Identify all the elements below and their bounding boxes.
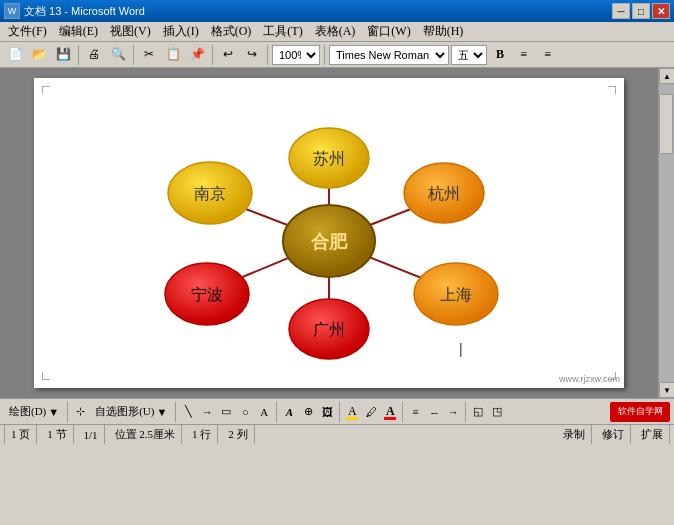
toolbar-sep-4 — [267, 45, 268, 65]
drawing-toolbar: 绘图(D) ▼ ⊹ 自选图形(U) ▼ ╲ → ▭ ○ A A ⊕ 🖼 A 🖊 … — [0, 398, 674, 424]
status-position: 位置 2.5厘米 — [109, 425, 183, 444]
print-button[interactable]: 🖨 — [83, 44, 105, 66]
status-col: 2 列 — [222, 425, 254, 444]
svg-text:合肥: 合肥 — [310, 232, 348, 252]
svg-text:|: | — [459, 341, 463, 357]
draw-sep-2 — [175, 402, 176, 422]
clipart-tool[interactable]: 🖼 — [318, 403, 336, 421]
status-page: 1 页 — [4, 425, 37, 444]
menu-bar: 文件(F) 编辑(E) 视图(V) 插入(I) 格式(O) 工具(T) 表格(A… — [0, 22, 674, 42]
mindmap-container: 苏州 杭州 上海 广州 宁波 南京 — [34, 78, 624, 388]
status-line: 1 行 — [186, 425, 218, 444]
svg-text:苏州: 苏州 — [313, 150, 345, 167]
menu-view[interactable]: 视图(V) — [104, 22, 157, 41]
toolbar-sep-5 — [324, 45, 325, 65]
zoom-select[interactable]: 100% — [272, 45, 320, 65]
draw-sep-4 — [339, 402, 340, 422]
menu-help[interactable]: 帮助(H) — [417, 22, 470, 41]
menu-insert[interactable]: 插入(I) — [157, 22, 205, 41]
draw-menu-button[interactable]: 绘图(D) ▼ — [4, 401, 64, 422]
draw-sep-5 — [402, 402, 403, 422]
scroll-track[interactable] — [659, 84, 674, 382]
arrow-style-button[interactable]: → — [444, 403, 462, 421]
copy-button[interactable]: 📋 — [162, 44, 184, 66]
main-toolbar: 📄 📂 💾 🖨 🔍 ✂ 📋 📌 ↩ ↪ 100% Times New Roman… — [0, 42, 674, 68]
document-page: 苏州 杭州 上海 广州 宁波 南京 — [34, 78, 624, 388]
scroll-up-button[interactable]: ▲ — [659, 68, 674, 84]
scroll-thumb[interactable] — [659, 94, 673, 154]
status-rec: 录制 — [557, 425, 592, 444]
wordart-tool[interactable]: A — [280, 403, 298, 421]
textbox-tool[interactable]: A — [255, 403, 273, 421]
rjzxw-logo: 软件自学网 — [610, 402, 670, 422]
align2-button[interactable]: ≡ — [537, 44, 559, 66]
toolbar-sep-1 — [78, 45, 79, 65]
svg-text:杭州: 杭州 — [427, 185, 460, 202]
size-select[interactable]: 五号 — [451, 45, 487, 65]
cut-button[interactable]: ✂ — [138, 44, 160, 66]
align-button[interactable]: ≡ — [513, 44, 535, 66]
dash-style-button[interactable]: -- — [425, 403, 443, 421]
watermark: www.rjzxw.com — [559, 374, 620, 384]
paste-button[interactable]: 📌 — [186, 44, 208, 66]
window-controls: ─ □ ✕ — [612, 3, 670, 19]
svg-text:宁波: 宁波 — [191, 286, 223, 303]
menu-file[interactable]: 文件(F) — [2, 22, 53, 41]
undo-button[interactable]: ↩ — [217, 44, 239, 66]
font-select[interactable]: Times New Roman — [329, 45, 449, 65]
menu-edit[interactable]: 编辑(E) — [53, 22, 104, 41]
minimize-button[interactable]: ─ — [612, 3, 630, 19]
status-pageof: 1/1 — [78, 425, 105, 444]
print-preview-button[interactable]: 🔍 — [107, 44, 129, 66]
line-tool[interactable]: ╲ — [179, 403, 197, 421]
fill-color-button[interactable]: A — [343, 403, 361, 421]
window-title: 文档 13 - Microsoft Word — [24, 4, 145, 19]
vertical-scrollbar[interactable]: ▲ ▼ — [658, 68, 674, 398]
open-button[interactable]: 📂 — [28, 44, 50, 66]
status-bar: 1 页 1 节 1/1 位置 2.5厘米 1 行 2 列 录制 修订 扩展 — [0, 424, 674, 444]
close-button[interactable]: ✕ — [652, 3, 670, 19]
shadow-button[interactable]: ◱ — [469, 403, 487, 421]
document-scroll[interactable]: 苏州 杭州 上海 广州 宁波 南京 — [0, 68, 658, 398]
diagram-tool[interactable]: ⊕ — [299, 403, 317, 421]
menu-window[interactable]: 窗口(W) — [361, 22, 416, 41]
arrow-tool[interactable]: → — [198, 403, 216, 421]
svg-text:上海: 上海 — [440, 286, 472, 303]
autoshape-label: 自选图形(U) — [95, 404, 154, 419]
mindmap-svg: 苏州 杭州 上海 广州 宁波 南京 — [49, 86, 609, 381]
redo-button[interactable]: ↪ — [241, 44, 263, 66]
menu-tools[interactable]: 工具(T) — [257, 22, 308, 41]
rect-tool[interactable]: ▭ — [217, 403, 235, 421]
scroll-down-button[interactable]: ▼ — [659, 382, 674, 398]
save-button[interactable]: 💾 — [52, 44, 74, 66]
app-icon: W — [4, 3, 20, 19]
status-modify: 修订 — [596, 425, 631, 444]
autoshape-chevron-icon: ▼ — [156, 406, 167, 418]
maximize-button[interactable]: □ — [632, 3, 650, 19]
3d-button[interactable]: ◳ — [488, 403, 506, 421]
line-color-button[interactable]: 🖊 — [362, 403, 380, 421]
autoselect-button[interactable]: ⊹ — [71, 403, 89, 421]
status-extend: 扩展 — [635, 425, 670, 444]
menu-format[interactable]: 格式(O) — [205, 22, 258, 41]
draw-chevron-icon: ▼ — [48, 406, 59, 418]
svg-text:广州: 广州 — [313, 321, 345, 338]
menu-table[interactable]: 表格(A) — [309, 22, 362, 41]
new-button[interactable]: 📄 — [4, 44, 26, 66]
toolbar-sep-2 — [133, 45, 134, 65]
status-section: 1 节 — [41, 425, 73, 444]
draw-sep-6 — [465, 402, 466, 422]
autoshape-button[interactable]: 自选图形(U) ▼ — [90, 401, 172, 422]
bold-button[interactable]: B — [489, 44, 511, 66]
toolbar-sep-3 — [212, 45, 213, 65]
line-style-button[interactable]: ≡ — [406, 403, 424, 421]
draw-label: 绘图(D) — [9, 404, 46, 419]
draw-sep-1 — [67, 402, 68, 422]
font-color-button[interactable]: A — [381, 403, 399, 421]
draw-sep-3 — [276, 402, 277, 422]
svg-text:南京: 南京 — [194, 185, 226, 202]
title-bar: W 文档 13 - Microsoft Word ─ □ ✕ — [0, 0, 674, 22]
oval-tool[interactable]: ○ — [236, 403, 254, 421]
